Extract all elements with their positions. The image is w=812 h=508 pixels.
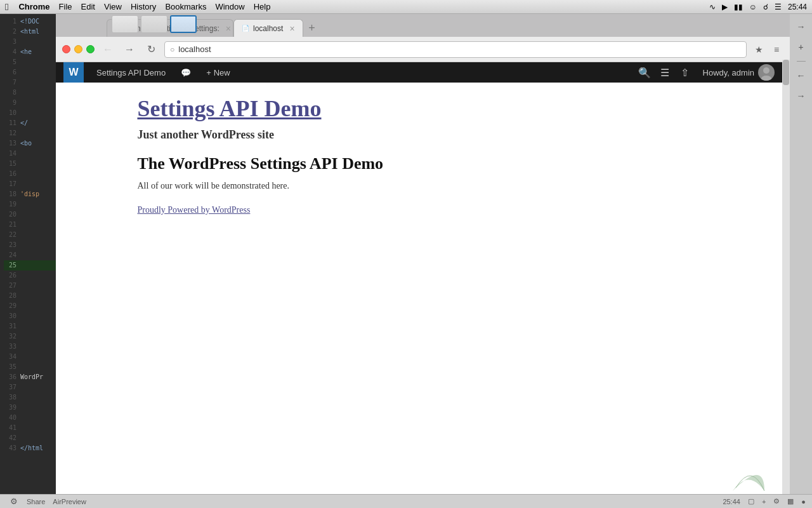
right-panel-expand-btn[interactable]: →: [794, 19, 809, 34]
apple-menu[interactable]: : [5, 1, 8, 12]
status-add-icon[interactable]: +: [762, 498, 766, 505]
address-bar[interactable]: ○ localhost: [164, 41, 747, 58]
code-lines: 1<!DOC 2<html 3 4 <he 5 6 7 8 9 10 11 </…: [0, 14, 56, 456]
close-window-button[interactable]: [62, 45, 70, 53]
right-panel: → + ← →: [790, 14, 812, 508]
status-view-icon[interactable]: ▩: [787, 497, 794, 505]
wp-search-button[interactable]: 🔍: [634, 62, 655, 83]
page-text: All of our work will be demonstrated her…: [138, 181, 709, 191]
svg-point-0: [763, 67, 769, 74]
menu-window[interactable]: Window: [215, 2, 244, 11]
tab-thumbnail-1[interactable]: [112, 15, 138, 33]
tab-settings-close[interactable]: ×: [226, 24, 231, 33]
status-time: 25:44: [788, 3, 807, 11]
leaf-decoration: [730, 456, 768, 494]
back-icon: ←: [103, 44, 113, 55]
wp-share-icon: ⇧: [681, 67, 689, 79]
right-panel-arrow-right[interactable]: →: [794, 88, 809, 104]
wp-reader-button[interactable]: ☰: [655, 62, 675, 83]
forward-button[interactable]: →: [121, 41, 138, 58]
maximize-window-button[interactable]: [86, 45, 95, 53]
code-editor-panel: 1<!DOC 2<html 3 4 <he 5 6 7 8 9 10 11 </…: [0, 14, 56, 508]
menu-view[interactable]: View: [104, 2, 122, 11]
wp-comments-icon: 💬: [181, 68, 191, 77]
wp-new-button[interactable]: + New: [199, 62, 238, 83]
chrome-menu-icon[interactable]: ≡: [769, 43, 783, 57]
bookmark-icon[interactable]: ★: [752, 43, 766, 57]
tab-localhost-close[interactable]: ×: [289, 24, 294, 33]
tab-localhost[interactable]: 📄 localhost ×: [233, 19, 303, 37]
wifi-icon: ∿: [709, 3, 716, 11]
notification-icon: ☰: [775, 3, 782, 11]
wp-comments-item[interactable]: 💬: [173, 62, 199, 83]
browser-chrome: ← → ↻ ○ localhost ★ ≡: [56, 37, 790, 62]
tab-localhost-icon: 📄: [242, 25, 249, 32]
tab-thumbnail-2[interactable]: [141, 15, 167, 33]
wp-share-button[interactable]: ⇧: [675, 62, 695, 83]
status-time: 25:44: [723, 498, 740, 505]
reload-button[interactable]: ↻: [143, 41, 159, 58]
menu-edit[interactable]: Edit: [81, 2, 95, 11]
menu-history[interactable]: History: [131, 2, 156, 11]
wp-new-plus-icon: +: [206, 68, 211, 77]
menu-bookmarks[interactable]: Bookmarks: [165, 2, 206, 11]
user-icon: ☺: [749, 3, 757, 11]
menu-chrome[interactable]: Chrome: [18, 2, 49, 11]
wp-search-icon: 🔍: [638, 67, 651, 79]
tab-localhost-label: localhost: [253, 24, 283, 33]
right-panel-divider: [797, 61, 806, 62]
mac-menubar:  Chrome File Edit View History Bookmark…: [0, 0, 812, 14]
status-right-area: 25:44 ▢ + ⚙ ▩ ●: [723, 497, 806, 505]
right-panel-zoom-in-btn[interactable]: +: [794, 39, 809, 55]
menubar-right-icons: ∿ ▶ ▮▮ ☺ ☌ ☰ 25:44: [709, 3, 807, 11]
status-gear-icon[interactable]: ⚙: [6, 494, 22, 509]
status-airpreview-label[interactable]: AirPreview: [53, 498, 86, 505]
battery-icon: ▮▮: [734, 3, 743, 11]
spotlight-icon: ☌: [763, 3, 768, 11]
status-bar: ⚙ Share AirPreview 25:44 ▢ + ⚙ ▩ ●: [0, 494, 812, 508]
tab-thumbnail-3[interactable]: [170, 15, 197, 33]
right-panel-arrow-left[interactable]: ←: [794, 68, 809, 83]
address-text: localhost: [178, 44, 211, 54]
volume-icon: ▶: [722, 3, 728, 11]
reload-icon: ↻: [147, 43, 155, 55]
tab-strip: 📄 General Settings ‹ Settings: × 📄 local…: [56, 14, 790, 37]
wp-site-label: Settings API Demo: [96, 68, 166, 77]
scrollbar-thumb[interactable]: [783, 60, 789, 85]
scrollbar[interactable]: [782, 60, 790, 494]
chrome-right-icons: ★ ≡: [752, 43, 783, 57]
wp-admin-right: 🔍 ☰ ⇧ Howdy, admin: [634, 62, 782, 83]
menu-help[interactable]: Help: [254, 2, 271, 11]
new-tab-button[interactable]: +: [303, 19, 321, 37]
back-button[interactable]: ←: [100, 41, 116, 58]
browser-window: 📄 General Settings ‹ Settings: × 📄 local…: [56, 14, 790, 508]
minimize-window-button[interactable]: [74, 45, 82, 53]
wp-admin-bar: W Settings API Demo 💬 + New 🔍 ☰ ⇧: [56, 62, 790, 83]
status-share-label[interactable]: Share: [27, 498, 45, 505]
site-content-wrapper: Settings API Demo Just another WordPress…: [112, 95, 734, 215]
wp-user-avatar: [758, 64, 775, 81]
site-title[interactable]: Settings API Demo: [138, 95, 709, 122]
wp-credit-link[interactable]: Proudly Powered by WordPress: [138, 205, 251, 215]
wp-howdy-text: Howdy, admin: [703, 68, 754, 77]
wp-reader-icon: ☰: [660, 67, 669, 79]
wp-howdy-item[interactable]: Howdy, admin: [695, 62, 782, 83]
wp-new-label: New: [214, 68, 230, 77]
page-heading: The WordPress Settings API Demo: [138, 154, 709, 173]
status-dot-icon: ●: [801, 498, 806, 505]
svg-point-1: [761, 76, 771, 81]
wp-site-name[interactable]: Settings API Demo: [89, 62, 173, 83]
wp-logo[interactable]: W: [63, 62, 84, 83]
web-content: Settings API Demo Just another WordPress…: [56, 83, 790, 508]
site-tagline: Just another WordPress site: [138, 128, 709, 142]
forward-icon: →: [124, 44, 134, 55]
address-page-icon: ○: [170, 45, 174, 54]
status-settings2-icon[interactable]: ⚙: [773, 497, 780, 505]
traffic-lights: [62, 45, 95, 53]
menu-file[interactable]: File: [59, 2, 72, 11]
status-monitor-icon: ▢: [748, 497, 754, 505]
